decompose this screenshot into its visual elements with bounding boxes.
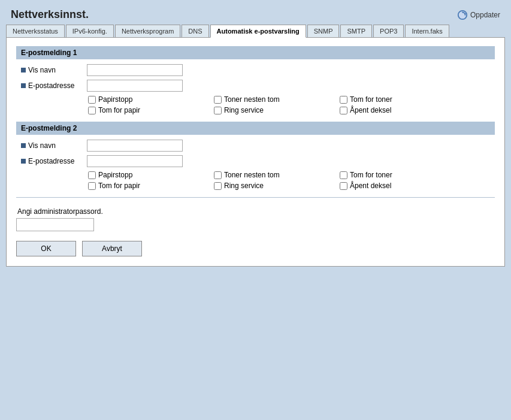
refresh-label: Oppdater: [470, 11, 500, 19]
checkbox-toner-nesten-tom-2[interactable]: Toner nesten tom: [214, 171, 340, 179]
label-square-4: [21, 159, 26, 164]
refresh-button[interactable]: Oppdater: [457, 10, 500, 20]
vis-navn-input-1[interactable]: [87, 64, 183, 76]
cancel-button[interactable]: Avbryt: [82, 241, 142, 256]
checkbox-aapent-deksel-input-1[interactable]: [340, 107, 347, 114]
checkbox-toner-nesten-tom-1[interactable]: Toner nesten tom: [214, 95, 340, 104]
checkbox-ring-service-input-1[interactable]: [214, 107, 222, 114]
checkbox-ring-service-input-2[interactable]: [214, 182, 222, 190]
epost2-checkboxes-row1: Papirstopp Toner nesten tom Tom for tone…: [16, 171, 495, 179]
checkbox-tom-for-papir-input-1[interactable]: [88, 107, 96, 114]
admin-label: Angi administratorpassord.: [16, 207, 495, 216]
checkbox-tom-for-toner-1[interactable]: Tom for toner: [340, 95, 465, 104]
checkbox-papirstopp-2[interactable]: Papirstopp: [88, 171, 214, 179]
vis-navn-row-2: Vis navn: [16, 140, 495, 152]
vis-navn-input-2[interactable]: [87, 140, 183, 152]
vis-navn-row-1: Vis navn: [16, 64, 495, 76]
epost2-checkboxes-row2: Tom for papir Ring service Åpent deksel: [16, 182, 495, 190]
tab-snmp[interactable]: SNMP: [307, 25, 340, 38]
tab-nettverksstatus[interactable]: Nettverksstatus: [6, 25, 65, 38]
tab-nettverksprogram[interactable]: Nettverksprogram: [115, 25, 180, 38]
checkbox-papirstopp-1[interactable]: Papirstopp: [88, 95, 214, 104]
checkbox-aapent-deksel-2[interactable]: Åpent deksel: [340, 182, 465, 190]
label-square-3: [21, 143, 26, 148]
page-wrapper: Nettverksinnst. Oppdater Nettverksstatus…: [0, 0, 511, 420]
refresh-icon: [457, 10, 468, 20]
checkbox-tom-for-papir-2[interactable]: Tom for papir: [88, 182, 214, 190]
epost-adresse-row-1: E-postadresse: [16, 80, 495, 92]
checkbox-ring-service-2[interactable]: Ring service: [214, 182, 340, 190]
epost2-section: E-postmelding 2 Vis navn E-postadresse: [16, 122, 495, 190]
admin-password-input[interactable]: [16, 218, 94, 231]
checkbox-tom-for-toner-input-1[interactable]: [340, 96, 347, 104]
epost1-checkboxes-row2: Tom for papir Ring service Åpent deksel: [16, 106, 495, 114]
checkbox-tom-for-papir-input-2[interactable]: [88, 182, 96, 190]
tab-pop3[interactable]: POP3: [373, 25, 404, 38]
checkbox-toner-nesten-tom-input-1[interactable]: [214, 96, 222, 104]
checkbox-tom-for-toner-2[interactable]: Tom for toner: [340, 171, 465, 179]
epost-adresse-input-1[interactable]: [87, 80, 183, 92]
tabs-bar: Nettverksstatus IPv6-konfig. Nettverkspr…: [6, 25, 505, 38]
vis-navn-label-1: Vis navn: [21, 66, 87, 74]
tab-internfaks[interactable]: Intern.faks: [405, 25, 449, 38]
tab-ipv6[interactable]: IPv6-konfig.: [66, 25, 114, 38]
buttons-row: OK Avbryt: [16, 241, 495, 256]
epost1-checkboxes-row1: Papirstopp Toner nesten tom Tom for tone…: [16, 95, 495, 104]
admin-section: Angi administratorpassord.: [16, 203, 495, 234]
vis-navn-label-2: Vis navn: [21, 141, 87, 150]
tab-smtp[interactable]: SMTP: [340, 25, 372, 38]
checkbox-papirstopp-input-1[interactable]: [88, 96, 96, 104]
epost-adresse-row-2: E-postadresse: [16, 155, 495, 167]
checkbox-aapent-deksel-input-2[interactable]: [340, 182, 347, 190]
epost1-section: E-postmelding 1 Vis navn E-postadresse: [16, 46, 495, 114]
label-square-1: [21, 68, 26, 72]
header: Nettverksinnst. Oppdater: [6, 6, 505, 25]
main-content: E-postmelding 1 Vis navn E-postadresse: [6, 37, 505, 267]
ok-button[interactable]: OK: [16, 241, 76, 256]
divider: [16, 197, 495, 198]
label-square-2: [21, 83, 26, 88]
epost1-header: E-postmelding 1: [16, 46, 495, 59]
checkbox-papirstopp-input-2[interactable]: [88, 171, 96, 179]
tab-dns[interactable]: DNS: [182, 25, 208, 38]
epost2-header: E-postmelding 2: [16, 122, 495, 135]
checkbox-tom-for-papir-1[interactable]: Tom for papir: [88, 106, 214, 114]
tab-automatisk-epost[interactable]: Automatisk e-postvarsling: [210, 25, 306, 38]
checkbox-toner-nesten-tom-input-2[interactable]: [214, 171, 222, 179]
checkbox-tom-for-toner-input-2[interactable]: [340, 171, 347, 179]
checkbox-aapent-deksel-1[interactable]: Åpent deksel: [340, 106, 465, 114]
page-title: Nettverksinnst.: [11, 8, 89, 21]
epost-adresse-label-2: E-postadresse: [21, 157, 87, 165]
epost-adresse-label-1: E-postadresse: [21, 81, 87, 90]
epost-adresse-input-2[interactable]: [87, 155, 183, 167]
checkbox-ring-service-1[interactable]: Ring service: [214, 106, 340, 114]
